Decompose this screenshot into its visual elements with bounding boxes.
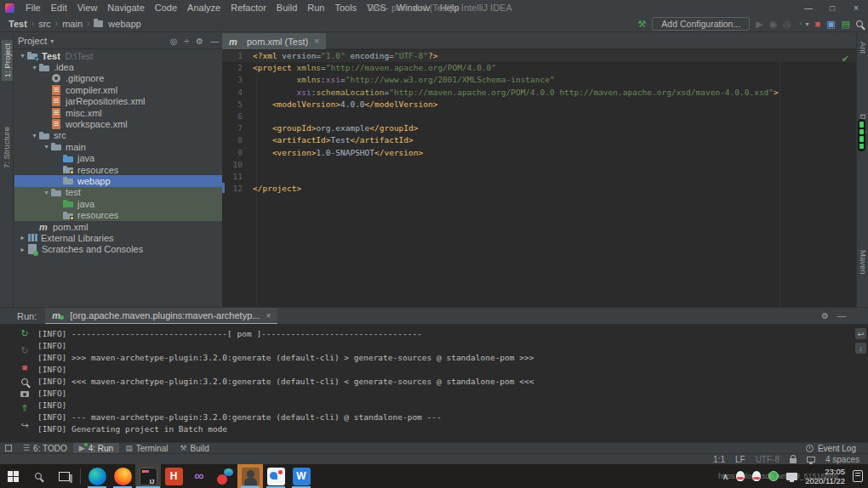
profiler-icon[interactable]: ◔: [797, 20, 803, 29]
editor-area[interactable]: m pom.xml (Test) × 1<?xml version="1.0" …: [222, 33, 856, 307]
code-viewport[interactable]: 1<?xml version="1.0" encoding="UTF-8"?>2…: [222, 50, 856, 307]
search-icon[interactable]: [21, 378, 28, 385]
hbuilder-icon[interactable]: H: [161, 464, 186, 488]
tool-button-terminal[interactable]: ▤ Terminal: [119, 443, 174, 454]
terminal-tool-icon[interactable]: ▤: [842, 20, 850, 29]
tool-button-structure[interactable]: 7: Structure: [2, 127, 11, 168]
tree-item-src[interactable]: ▾src: [14, 130, 222, 141]
breadcrumb-item-webapp[interactable]: webapp: [106, 19, 143, 29]
edge-icon[interactable]: [84, 464, 110, 488]
menu-navigate[interactable]: Navigate: [102, 3, 149, 13]
file-encoding[interactable]: UTF-8: [756, 455, 779, 464]
start-button[interactable]: [0, 464, 26, 488]
menu-refactor[interactable]: Refactor: [226, 3, 271, 13]
maximize-button[interactable]: □: [820, 0, 844, 15]
avatar-app-icon[interactable]: [237, 464, 263, 488]
stop-icon[interactable]: ■: [815, 20, 821, 29]
tree-item-webapp[interactable]: webapp: [14, 175, 222, 186]
screenshot-icon[interactable]: [20, 391, 29, 397]
tool-button-run[interactable]: ▶ 4: Run: [73, 443, 119, 454]
read-only-lock-icon[interactable]: [790, 458, 797, 463]
run-tab-close-icon[interactable]: ×: [266, 311, 271, 321]
breadcrumb-item-src[interactable]: src: [37, 19, 53, 29]
tray-qq2-icon[interactable]: [752, 471, 761, 481]
tool-button-ant[interactable]: Ant: [859, 42, 868, 54]
indent-setting[interactable]: 4 spaces: [825, 455, 859, 464]
profiler-caret-icon[interactable]: ▾: [806, 20, 809, 28]
caret-position[interactable]: 1:1: [713, 455, 725, 464]
breadcrumb-item-Test[interactable]: Test: [7, 19, 29, 29]
task-view-icon[interactable]: [51, 464, 77, 488]
run-settings-icon[interactable]: ⚙: [821, 311, 829, 321]
collapse-all-icon[interactable]: ÷: [185, 37, 190, 46]
screen-reader-icon[interactable]: [807, 457, 815, 462]
tool-window-switcher-icon[interactable]: [5, 445, 12, 451]
taskbar-search-icon[interactable]: [26, 464, 51, 488]
tree-item-gitignore[interactable]: .gitignore: [14, 73, 222, 84]
rerun-icon[interactable]: ↻: [20, 328, 28, 339]
tree-arrow-icon[interactable]: ▸: [18, 234, 27, 241]
tree-item-resources[interactable]: resources: [14, 164, 222, 175]
line-ending[interactable]: LF: [735, 455, 745, 464]
panel-settings-icon[interactable]: ⚙: [196, 37, 203, 46]
menu-run[interactable]: Run: [302, 3, 329, 13]
search-everywhere-icon[interactable]: [856, 20, 863, 27]
tree-arrow-icon[interactable]: ▾: [42, 143, 51, 150]
tray-expand-icon[interactable]: ∧: [722, 472, 728, 481]
tree-item-miscxml[interactable]: misc.xml: [14, 107, 222, 118]
menu-file[interactable]: File: [20, 3, 46, 13]
breadcrumb-item-main[interactable]: main: [60, 19, 84, 29]
tray-green-app-icon[interactable]: [768, 471, 779, 481]
coverage-icon[interactable]: ◎: [783, 20, 791, 29]
run-hide-icon[interactable]: —: [837, 311, 846, 321]
tree-item-Test[interactable]: ▾TestD:\Test: [14, 50, 222, 61]
notification-center-icon[interactable]: [853, 470, 863, 482]
event-log-button[interactable]: Event Log: [806, 444, 868, 453]
tray-qq-icon[interactable]: [736, 471, 745, 481]
tree-item-java[interactable]: java: [14, 153, 222, 164]
tree-item-test[interactable]: ▾test: [14, 187, 222, 198]
tree-arrow-icon[interactable]: ▾: [18, 52, 27, 60]
tree-item-compilerxml[interactable]: compiler.xml: [14, 84, 222, 95]
menu-tools[interactable]: Tools: [329, 3, 362, 13]
tree-item-idea[interactable]: ▾.idea: [14, 61, 222, 72]
debug-icon[interactable]: ◉: [769, 20, 778, 29]
visual-studio-icon[interactable]: ∞: [186, 464, 212, 488]
project-panel-title[interactable]: Project: [18, 36, 47, 46]
stop-icon[interactable]: ■: [22, 362, 28, 372]
tab-close-icon[interactable]: ×: [314, 37, 319, 46]
intellij-idea-icon[interactable]: [135, 464, 161, 488]
project-view-caret-icon[interactable]: ▾: [50, 37, 54, 45]
menu-code[interactable]: Code: [150, 3, 182, 13]
soft-wrap-icon[interactable]: ↩: [855, 328, 866, 339]
tree-item-resources[interactable]: resources: [14, 209, 222, 220]
locate-file-icon[interactable]: ◎: [170, 37, 178, 46]
exit-icon[interactable]: ↪: [20, 420, 28, 431]
editor-tab-pom-xml[interactable]: m pom.xml (Test) ×: [222, 33, 326, 49]
run-icon[interactable]: ▶: [756, 20, 762, 29]
tree-arrow-icon[interactable]: ▸: [18, 246, 27, 253]
tree-arrow-icon[interactable]: ▾: [42, 189, 51, 196]
console-output[interactable]: [INFO] --------------------------------[…: [37, 324, 853, 442]
music-app-icon[interactable]: [212, 464, 237, 488]
project-structure-icon[interactable]: ▣: [826, 20, 835, 29]
firefox-icon[interactable]: [110, 464, 135, 488]
run-tab[interactable]: m [org.apache.maven.plugins:maven-archet…: [45, 308, 277, 324]
tree-item-jarRepositoriesxml[interactable]: jarRepositories.xml: [14, 96, 222, 107]
build-hammer-icon[interactable]: ⚒: [637, 20, 646, 29]
rerun-disabled-icon[interactable]: ↻: [20, 345, 28, 356]
tray-display-icon[interactable]: [786, 473, 797, 480]
tool-button-build[interactable]: ⚒ Build: [174, 443, 214, 454]
tree-arrow-icon[interactable]: ▾: [30, 132, 39, 139]
menu-analyze[interactable]: Analyze: [182, 3, 226, 13]
tree-item-workspacexml[interactable]: workspace.xml: [14, 118, 222, 129]
taskbar-clock[interactable]: 23:052020/11/22: [805, 467, 845, 485]
wps-app-icon[interactable]: W: [288, 464, 314, 488]
add-configuration-button[interactable]: Add Configuration...: [652, 17, 750, 31]
hide-panel-icon[interactable]: —: [210, 37, 219, 46]
scroll-to-end-icon[interactable]: ↓: [855, 343, 866, 354]
tool-button-maven[interactable]: Maven: [859, 250, 868, 275]
tool-button-project[interactable]: 1: Project: [2, 40, 13, 81]
menu-edit[interactable]: Edit: [46, 3, 72, 13]
restore-layout-icon[interactable]: ⇑: [20, 403, 28, 414]
